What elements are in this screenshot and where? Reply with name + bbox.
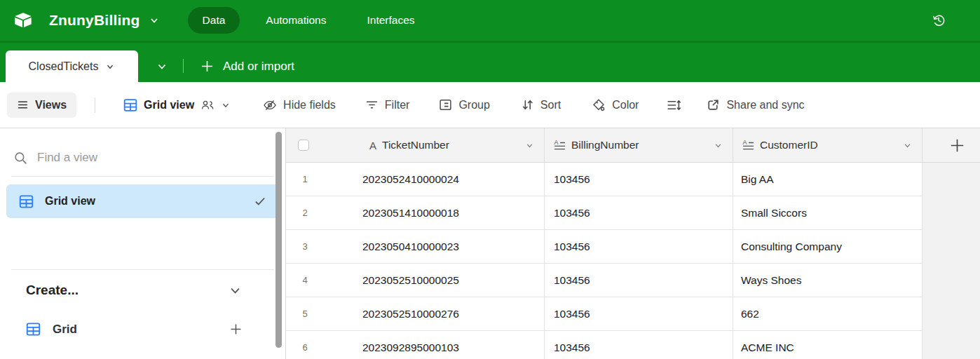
views-button[interactable]: Views <box>7 93 76 118</box>
cell-value: 662 <box>741 308 759 320</box>
tab-closedtickets[interactable]: ClosedTickets <box>6 50 138 82</box>
row-number[interactable]: 2 <box>286 208 324 218</box>
svg-text:A: A <box>554 140 559 146</box>
app-window: ZnunyBilling Data Automations Interfaces… <box>0 0 980 359</box>
cell-customerid[interactable]: Consulting Company <box>733 230 923 264</box>
cell-customerid[interactable]: 662 <box>733 297 923 331</box>
column-chevron-down-icon[interactable] <box>903 141 912 150</box>
cell-value: 103456 <box>554 207 590 219</box>
cell-customerid[interactable]: ACME INC <box>733 331 923 359</box>
hide-fields-label: Hide fields <box>283 99 336 111</box>
cell-billingnumber[interactable]: 103456 <box>545 230 733 264</box>
history-icon[interactable] <box>931 13 946 28</box>
single-line-text-field-icon: A <box>369 140 376 151</box>
svg-text:A: A <box>743 140 747 146</box>
base-title-chevron-down-icon[interactable] <box>149 15 160 26</box>
nav-tab-data[interactable]: Data <box>188 7 240 34</box>
table-row: 42023052510000025 103456 Ways Shoes <box>286 264 980 297</box>
sidebar-divider <box>11 176 274 177</box>
row-number[interactable]: 4 <box>286 275 324 285</box>
row-height-icon <box>667 98 681 112</box>
row-filler <box>923 264 980 297</box>
hide-fields-button[interactable]: Hide fields <box>259 93 340 118</box>
row-number[interactable]: 5 <box>286 309 324 319</box>
plus-icon <box>230 323 242 335</box>
column-name: CustomerID <box>760 139 818 151</box>
nav-tab-interfaces[interactable]: Interfaces <box>352 7 429 34</box>
sidebar-scrollbar-thumb[interactable] <box>275 132 282 348</box>
cell-billingnumber[interactable]: 103456 <box>545 331 733 359</box>
sidebar-view-grid-view[interactable]: Grid view <box>6 184 279 218</box>
cell-billingnumber[interactable]: 103456 <box>545 264 733 297</box>
grid-view-icon <box>19 194 34 209</box>
paint-swatch-icon <box>592 98 606 112</box>
base-title[interactable]: ZnunyBilling <box>49 12 140 29</box>
cell-value: 2023051410000018 <box>362 207 459 219</box>
cell-customerid[interactable]: Small Siccors <box>733 196 923 230</box>
cell-value: 2023052410000024 <box>362 173 459 186</box>
column-header-ticketnumber[interactable]: A TicketNumber <box>286 128 545 162</box>
cell-billingnumber[interactable]: 103456 <box>545 163 733 196</box>
cell-ticketnumber[interactable]: 32023050410000023 <box>286 230 545 264</box>
row-filler <box>923 297 980 331</box>
current-view-button[interactable]: Grid view <box>121 93 233 118</box>
add-field-plus-icon[interactable] <box>950 138 965 153</box>
tabbar-divider <box>183 59 184 73</box>
row-number[interactable]: 3 <box>286 241 324 252</box>
group-label: Group <box>458 99 489 111</box>
cell-value: Small Siccors <box>741 207 807 219</box>
check-icon <box>254 195 266 208</box>
find-a-view-input[interactable] <box>37 151 272 165</box>
view-chevron-down-icon <box>221 100 231 110</box>
cell-billingnumber[interactable]: 103456 <box>545 196 733 230</box>
select-all-checkbox[interactable] <box>298 140 309 151</box>
cell-ticketnumber[interactable]: 62023092895000103 <box>286 331 545 359</box>
row-height-button[interactable] <box>662 93 686 118</box>
top-app-bar: ZnunyBilling Data Automations Interfaces <box>0 0 980 41</box>
cell-value: 103456 <box>554 173 590 186</box>
add-or-import-button[interactable]: Add or import <box>200 50 294 82</box>
create-section-toggle[interactable]: Create... <box>11 270 242 308</box>
table-list-chevron-down-icon[interactable] <box>144 50 180 82</box>
color-label: Color <box>612 99 639 111</box>
row-filler <box>923 163 980 196</box>
cell-value: Big AA <box>741 173 774 186</box>
search-icon <box>13 151 28 165</box>
data-grid: A TicketNumber A BillingNumber <box>285 128 980 359</box>
grid-header-row: A TicketNumber A BillingNumber <box>286 128 980 163</box>
main-area: Grid view Create... Grid <box>0 128 980 359</box>
share-and-sync-button[interactable]: Share and sync <box>702 93 808 117</box>
eye-slash-icon <box>263 98 277 112</box>
create-grid-view-item[interactable]: Grid <box>11 318 242 341</box>
table-row: 12023052410000024 103456 Big AA <box>286 163 980 196</box>
column-header-customerid[interactable]: A CustomerID <box>733 128 923 162</box>
row-number[interactable]: 6 <box>286 342 324 353</box>
column-chevron-down-icon[interactable] <box>525 141 534 150</box>
filter-button[interactable]: Filter <box>361 93 414 117</box>
cell-value: 103456 <box>554 241 590 253</box>
cell-ticketnumber[interactable]: 22023051410000018 <box>286 196 545 230</box>
cell-customerid[interactable]: Ways Shoes <box>733 264 923 297</box>
table-row: 62023092895000103 103456 ACME INC <box>286 331 980 359</box>
add-or-import-label: Add or import <box>223 60 294 74</box>
table-row: 52023052510000276 103456 662 <box>286 297 980 331</box>
column-header-billingnumber[interactable]: A BillingNumber <box>545 128 733 162</box>
group-button[interactable]: Group <box>435 93 494 117</box>
nav-tab-automations[interactable]: Automations <box>251 7 341 34</box>
row-number[interactable]: 1 <box>286 174 324 184</box>
column-chevron-down-icon[interactable] <box>714 141 723 150</box>
group-icon <box>439 98 452 111</box>
cell-customerid[interactable]: Big AA <box>733 163 923 196</box>
cell-billingnumber[interactable]: 103456 <box>545 297 733 331</box>
cell-ticketnumber[interactable]: 12023052410000024 <box>286 163 545 196</box>
column-name: TicketNumber <box>382 139 449 151</box>
color-button[interactable]: Color <box>587 93 643 118</box>
cell-ticketnumber[interactable]: 42023052510000025 <box>286 264 545 297</box>
hamburger-menu-icon <box>17 99 29 111</box>
funnel-icon <box>365 98 379 111</box>
cell-value: ACME INC <box>741 341 794 354</box>
cell-value: 2023092895000103 <box>362 341 459 354</box>
sort-button[interactable]: Sort <box>517 93 565 117</box>
cell-ticketnumber[interactable]: 52023052510000276 <box>286 297 545 331</box>
sort-arrows-icon <box>521 98 534 111</box>
